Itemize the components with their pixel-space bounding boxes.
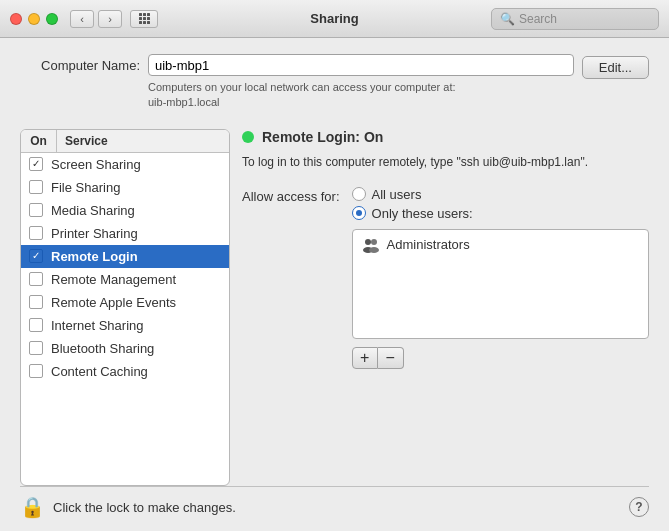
checkbox-remote-login[interactable]: ✓ bbox=[29, 249, 43, 263]
grid-icon bbox=[139, 13, 150, 24]
sidebar-item-file-sharing[interactable]: File Sharing bbox=[21, 176, 229, 199]
sidebar-item-printer-sharing[interactable]: Printer Sharing bbox=[21, 222, 229, 245]
computer-name-hint: Computers on your local network can acce… bbox=[148, 80, 574, 111]
svg-point-0 bbox=[365, 239, 371, 245]
footer-left: 🔒 Click the lock to make changes. bbox=[20, 495, 236, 519]
titlebar: ‹ › Sharing 🔍 bbox=[0, 0, 669, 38]
sidebar-item-internet-sharing[interactable]: Internet Sharing bbox=[21, 314, 229, 337]
lock-icon[interactable]: 🔒 bbox=[20, 495, 45, 519]
header-on: On bbox=[21, 130, 57, 152]
traffic-lights bbox=[10, 13, 58, 25]
close-button[interactable] bbox=[10, 13, 22, 25]
search-box[interactable]: 🔍 bbox=[491, 8, 659, 30]
label-file-sharing: File Sharing bbox=[51, 180, 120, 195]
list-buttons: + − bbox=[352, 347, 649, 369]
checkbox-screen-sharing[interactable]: ✓ bbox=[29, 157, 43, 171]
footer-text: Click the lock to make changes. bbox=[53, 500, 236, 515]
edit-button-container: Edit... bbox=[582, 54, 649, 79]
label-bluetooth-sharing: Bluetooth Sharing bbox=[51, 341, 154, 356]
label-internet-sharing: Internet Sharing bbox=[51, 318, 144, 333]
label-remote-apple-events: Remote Apple Events bbox=[51, 295, 176, 310]
radio-only-label: Only these users: bbox=[372, 206, 473, 221]
checkbox-remote-apple-events[interactable] bbox=[29, 295, 43, 309]
sidebar-item-remote-management[interactable]: Remote Management bbox=[21, 268, 229, 291]
checkbox-printer-sharing[interactable] bbox=[29, 226, 43, 240]
checkbox-file-sharing[interactable] bbox=[29, 180, 43, 194]
label-printer-sharing: Printer Sharing bbox=[51, 226, 138, 241]
minimize-button[interactable] bbox=[28, 13, 40, 25]
radio-all-label: All users bbox=[372, 187, 422, 202]
checkbox-remote-management[interactable] bbox=[29, 272, 43, 286]
services-sidebar: On Service ✓ Screen Sharing File Sharing… bbox=[20, 129, 230, 486]
sidebar-item-screen-sharing[interactable]: ✓ Screen Sharing bbox=[21, 153, 229, 176]
computer-name-section: Computers on your local network can acce… bbox=[148, 54, 574, 111]
checkmark-screen-sharing: ✓ bbox=[32, 159, 40, 169]
search-icon: 🔍 bbox=[500, 12, 515, 26]
label-remote-login: Remote Login bbox=[51, 249, 138, 264]
service-status-text: Remote Login: On bbox=[262, 129, 383, 145]
sidebar-item-bluetooth-sharing[interactable]: Bluetooth Sharing bbox=[21, 337, 229, 360]
users-list[interactable]: Administrators bbox=[352, 229, 649, 339]
sidebar-header: On Service bbox=[21, 130, 229, 153]
help-button[interactable]: ? bbox=[629, 497, 649, 517]
label-content-caching: Content Caching bbox=[51, 364, 148, 379]
checkbox-media-sharing[interactable] bbox=[29, 203, 43, 217]
forward-button[interactable]: › bbox=[98, 10, 122, 28]
access-section: Allow access for: All users Only these u… bbox=[242, 187, 649, 369]
search-input[interactable] bbox=[519, 12, 650, 26]
add-user-button[interactable]: + bbox=[352, 347, 378, 369]
sidebar-item-media-sharing[interactable]: Media Sharing bbox=[21, 199, 229, 222]
svg-point-1 bbox=[371, 239, 377, 245]
checkbox-content-caching[interactable] bbox=[29, 364, 43, 378]
svg-point-3 bbox=[369, 247, 379, 253]
sidebar-item-remote-apple-events[interactable]: Remote Apple Events bbox=[21, 291, 229, 314]
label-screen-sharing: Screen Sharing bbox=[51, 157, 141, 172]
footer: 🔒 Click the lock to make changes. ? bbox=[20, 486, 649, 519]
status-dot bbox=[242, 131, 254, 143]
detail-panel: Remote Login: On To log in to this compu… bbox=[242, 129, 649, 486]
service-status: Remote Login: On bbox=[242, 129, 649, 145]
access-options: All users Only these users: bbox=[352, 187, 649, 369]
access-label: Allow access for: bbox=[242, 187, 340, 204]
sidebar-item-content-caching[interactable]: Content Caching bbox=[21, 360, 229, 383]
window-title: Sharing bbox=[310, 11, 358, 26]
radio-only-icon[interactable] bbox=[352, 206, 366, 220]
radio-all-icon[interactable] bbox=[352, 187, 366, 201]
radio-only-users[interactable]: Only these users: bbox=[352, 206, 649, 221]
sidebar-item-remote-login[interactable]: ✓ Remote Login bbox=[21, 245, 229, 268]
checkbox-internet-sharing[interactable] bbox=[29, 318, 43, 332]
nav-buttons: ‹ › bbox=[70, 10, 122, 28]
user-group-icon bbox=[361, 235, 381, 255]
computer-name-input[interactable] bbox=[148, 54, 574, 76]
body-area: On Service ✓ Screen Sharing File Sharing… bbox=[20, 129, 649, 486]
user-item-administrators: Administrators bbox=[353, 230, 648, 260]
remove-user-button[interactable]: − bbox=[378, 347, 404, 369]
service-description: To log in to this computer remotely, typ… bbox=[242, 153, 649, 171]
main-content: Computer Name: Computers on your local n… bbox=[0, 38, 669, 531]
radio-all-users[interactable]: All users bbox=[352, 187, 649, 202]
computer-name-label: Computer Name: bbox=[20, 54, 140, 73]
checkbox-bluetooth-sharing[interactable] bbox=[29, 341, 43, 355]
maximize-button[interactable] bbox=[46, 13, 58, 25]
header-service: Service bbox=[57, 130, 116, 152]
label-media-sharing: Media Sharing bbox=[51, 203, 135, 218]
checkmark-remote-login: ✓ bbox=[32, 251, 40, 261]
app-grid-button[interactable] bbox=[130, 10, 158, 28]
user-name-administrators: Administrators bbox=[387, 237, 470, 252]
edit-button[interactable]: Edit... bbox=[582, 56, 649, 79]
back-button[interactable]: ‹ bbox=[70, 10, 94, 28]
label-remote-management: Remote Management bbox=[51, 272, 176, 287]
